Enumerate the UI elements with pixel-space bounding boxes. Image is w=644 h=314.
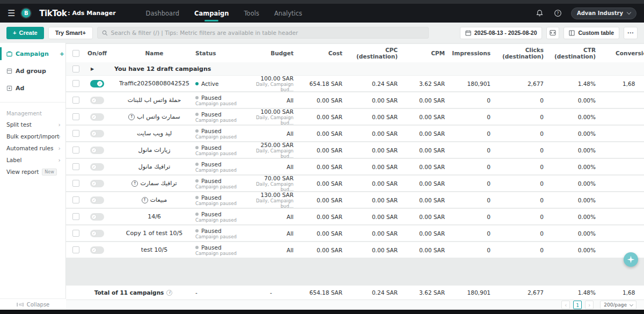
- table-row[interactable]: ✓ test 10/5 Paused Campaign paused All 0…: [66, 242, 644, 259]
- nav-analytics[interactable]: Analytics: [267, 4, 310, 23]
- campaign-name[interactable]: 14/6: [148, 213, 161, 220]
- more-options-button[interactable]: ⋯: [624, 27, 638, 39]
- table-row[interactable]: ✓ Traffic20250808042525 Active 100.00 SA…: [66, 76, 644, 92]
- sidebar-item-bulk-export-import[interactable]: Bulk export/import ›: [0, 130, 65, 142]
- search-input[interactable]: [111, 30, 424, 36]
- status-text: Paused: [201, 144, 222, 151]
- hamburger-menu-icon[interactable]: ☰: [8, 9, 15, 18]
- row-checkbox[interactable]: [72, 130, 79, 137]
- table-row[interactable]: ✓ ↑ مبيعات Paused Campaign paused 130.00…: [66, 192, 644, 209]
- row-checkbox[interactable]: [72, 113, 79, 120]
- column-header-cpc[interactable]: CPC (destination): [344, 44, 399, 62]
- onoff-toggle[interactable]: ✓: [90, 196, 104, 204]
- row-checkbox[interactable]: [72, 97, 79, 104]
- table-row[interactable]: ✓ حملة واتس اب للبنات Paused Campaign pa…: [66, 92, 644, 109]
- row-checkbox[interactable]: [72, 180, 79, 187]
- table-row[interactable]: ✓ ↑ ترافيك سمارت Paused Campaign paused …: [66, 176, 644, 192]
- cell-ctr: 0.00%: [545, 142, 597, 158]
- cell-conversions: [597, 142, 644, 158]
- table-row[interactable]: ✓ Copy 1 of test 10/5 Paused Campaign pa…: [66, 225, 644, 242]
- campaign-name[interactable]: سمارت واتس اب: [137, 113, 180, 120]
- row-checkbox[interactable]: [72, 196, 79, 203]
- column-header-cpm[interactable]: CPM: [399, 44, 447, 62]
- draft-row-checkbox[interactable]: [72, 65, 79, 72]
- onoff-toggle[interactable]: ✓: [90, 113, 104, 121]
- sidebar-item-label[interactable]: Label ›: [0, 154, 65, 166]
- table-row[interactable]: ✓ ليد ويب سايت Paused Campaign paused Al…: [66, 126, 644, 142]
- campaign-name[interactable]: حملة واتس اب للبنات: [128, 97, 181, 104]
- sidebar-item-view-report[interactable]: View report New: [0, 166, 65, 178]
- onoff-toggle[interactable]: ✓: [90, 147, 104, 154]
- onoff-toggle[interactable]: ✓: [90, 230, 104, 237]
- smart-plus-icon: ↑: [142, 197, 148, 203]
- next-page-button[interactable]: ›: [585, 301, 594, 309]
- onoff-toggle[interactable]: ✓: [90, 180, 104, 187]
- table-row[interactable]: ✓ ترافيك مانول Paused Campaign paused Al…: [66, 159, 644, 176]
- nav-campaign[interactable]: Campaign: [187, 4, 237, 23]
- account-selector[interactable]: Advan Industry: [571, 8, 636, 19]
- row-checkbox[interactable]: [72, 230, 79, 237]
- row-checkbox[interactable]: [72, 163, 79, 170]
- column-header-ctr[interactable]: CTR (destination): [545, 44, 597, 62]
- select-all-checkbox[interactable]: [72, 50, 79, 57]
- info-icon[interactable]: i: [166, 290, 172, 296]
- row-checkbox[interactable]: [72, 147, 79, 154]
- cell-impressions: 0: [447, 176, 492, 191]
- onoff-toggle[interactable]: ✓: [90, 246, 104, 254]
- column-header-name[interactable]: Name: [109, 44, 194, 62]
- row-checkbox[interactable]: [72, 246, 79, 253]
- onoff-toggle[interactable]: ✓: [90, 130, 104, 137]
- sidebar-item-ad-group[interactable]: Ad group: [0, 64, 65, 77]
- create-button[interactable]: + Create: [6, 27, 44, 39]
- column-header-onoff-h[interactable]: On/off: [85, 44, 109, 62]
- onoff-toggle[interactable]: ✓: [90, 80, 104, 87]
- avatar[interactable]: B: [20, 8, 32, 19]
- date-range-button[interactable]: 2025-08-13 - 2025-08-20: [460, 27, 543, 39]
- column-header-clicks[interactable]: Clicks (destination): [492, 44, 545, 62]
- status-dot: [195, 179, 199, 182]
- try-smart-button[interactable]: Try Smart+: [48, 27, 93, 39]
- row-checkbox[interactable]: [72, 80, 79, 87]
- onoff-toggle[interactable]: ✓: [90, 97, 104, 104]
- table-row[interactable]: ✓ 14/6 Paused Campaign paused All 0.00 S…: [66, 209, 644, 225]
- campaign-name[interactable]: ترافيك سمارت: [140, 180, 177, 187]
- sidebar-item-ad[interactable]: Ad: [0, 82, 65, 94]
- sidebar-item-automated-rules[interactable]: Automated rules ›: [0, 142, 65, 154]
- search-field[interactable]: [97, 27, 429, 39]
- nav-tools[interactable]: Tools: [237, 4, 267, 23]
- column-header-budget[interactable]: Budget: [247, 44, 295, 62]
- row-checkbox[interactable]: [72, 213, 79, 220]
- current-page-button[interactable]: 1: [573, 301, 582, 309]
- help-icon[interactable]: ?: [553, 8, 564, 19]
- campaign-name[interactable]: ليد ويب سايت: [137, 130, 172, 137]
- notifications-bell-icon[interactable]: [535, 8, 545, 19]
- campaign-name[interactable]: زيارات مانول: [138, 147, 171, 154]
- column-header-impressions[interactable]: Impressions: [447, 44, 492, 62]
- campaign-name[interactable]: Copy 1 of test 10/5: [126, 230, 182, 237]
- campaign-name[interactable]: مبيعات: [150, 196, 167, 203]
- table-row[interactable]: ✓ ↑ سمارت واتس اب Paused Campaign paused…: [66, 109, 644, 126]
- onoff-toggle[interactable]: ✓: [90, 163, 104, 171]
- nav-dashboard[interactable]: Dashboard: [138, 4, 187, 23]
- expand-arrow-icon[interactable]: ▶: [85, 67, 109, 71]
- cell-cpm: 0.00 SAR: [399, 92, 447, 108]
- column-header-conversions[interactable]: Conversions: [597, 44, 644, 62]
- column-header-cost[interactable]: Cost: [295, 44, 344, 62]
- prev-page-button[interactable]: ‹: [561, 301, 570, 309]
- draft-campaigns-row[interactable]: ▶ You have 12 draft campaigns: [66, 62, 644, 76]
- onoff-toggle[interactable]: ✓: [90, 213, 104, 221]
- cell-clicks: 0: [492, 126, 545, 141]
- per-page-selector[interactable]: 200/page: [600, 301, 636, 309]
- campaign-name[interactable]: Traffic20250808042525: [119, 80, 189, 87]
- column-header-status[interactable]: Status: [194, 44, 247, 62]
- add-campaign-plus-icon[interactable]: +: [60, 50, 64, 57]
- sidebar-item-campaign[interactable]: Campaign +: [0, 47, 65, 60]
- date-compare-button[interactable]: [546, 27, 559, 39]
- custom-table-button[interactable]: Custom table: [564, 27, 619, 39]
- campaign-name[interactable]: ترافيك مانول: [138, 163, 171, 170]
- assistant-floating-button[interactable]: [624, 252, 638, 267]
- sidebar-item-split-test[interactable]: Split test ›: [0, 119, 65, 130]
- table-row[interactable]: ✓ زيارات مانول Paused Campaign paused 25…: [66, 142, 644, 159]
- campaign-name[interactable]: test 10/5: [141, 246, 167, 253]
- collapse-sidebar-button[interactable]: Collapse: [0, 298, 66, 310]
